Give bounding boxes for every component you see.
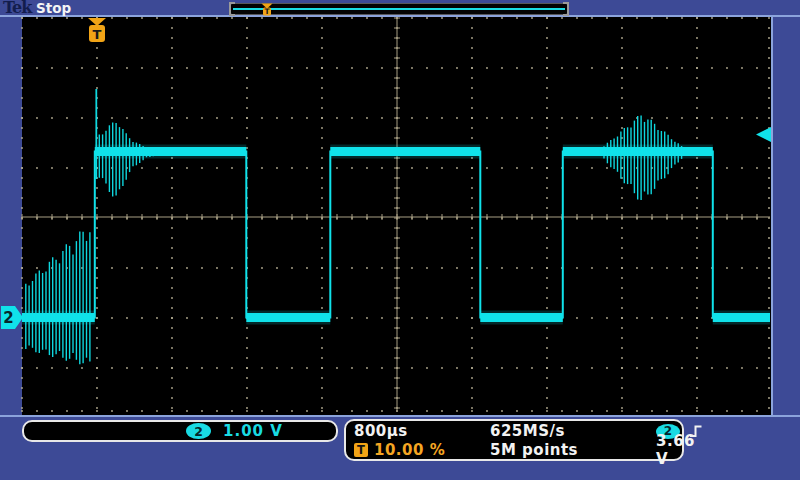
ringing-spikes: [26, 89, 685, 364]
horizontal-trigger-readout-box: 800µs 625MS/s 2 T 10.00 % 5M points 3.66…: [344, 419, 684, 461]
trigger-position-marker[interactable]: T: [88, 18, 106, 42]
time-per-div: 800µs: [354, 422, 490, 440]
header-bar: Tek Stop T: [0, 0, 800, 15]
trigger-t-icon: T: [354, 443, 368, 457]
center-crosshair: [22, 18, 770, 412]
tek-logo: Tek: [3, 0, 31, 17]
acq-trigger-position-marker: T: [261, 3, 273, 16]
sample-rate: 625MS/s: [490, 422, 656, 440]
scope-graphics: T2: [0, 0, 800, 480]
acquisition-position-bar: T: [230, 3, 568, 15]
trigger-position-percent: 10.00 %: [374, 441, 445, 459]
record-length: 5M points: [490, 441, 656, 459]
graticule-dots: [21, 17, 770, 412]
acq-bracket-left-icon: [229, 2, 235, 16]
channel2-zero-marker[interactable]: 2: [1, 306, 23, 329]
channel2-scale: 1.00 V: [223, 422, 283, 440]
trigger-level-marker[interactable]: [756, 127, 771, 142]
channel2-badge: 2: [186, 423, 211, 439]
oscilloscope-screen: Tek Stop T T2 2 1.00 V 800µs 625MS/s 2: [0, 0, 800, 480]
svg-text:2: 2: [3, 309, 13, 327]
svg-text:T: T: [93, 27, 102, 42]
trigger-position-cell: T 10.00 %: [354, 441, 490, 459]
acquisition-record-line: [233, 8, 565, 10]
trigger-level: 3.66 V: [656, 432, 712, 468]
acq-bracket-right-icon: [563, 2, 569, 16]
acquisition-status: Stop: [36, 0, 71, 16]
channel2-readout-box: 2 1.00 V: [22, 420, 338, 442]
acq-trigger-t-label: T: [264, 7, 270, 16]
